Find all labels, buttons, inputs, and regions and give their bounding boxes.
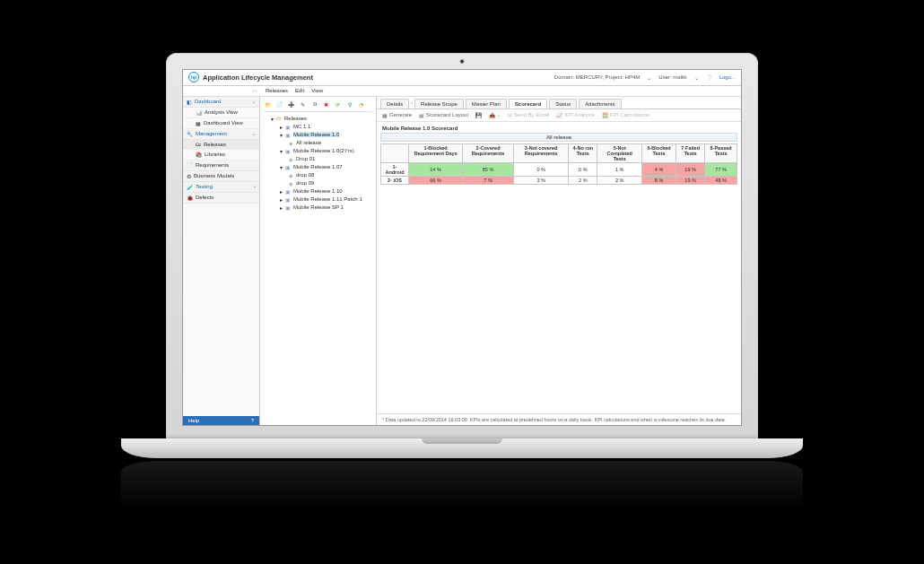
filter-icon[interactable]: ⚲ — [345, 100, 353, 108]
app-window: hp Application Lifecycle Management Doma… — [182, 69, 742, 426]
layout-icon: ▤ — [419, 112, 424, 118]
logout-link[interactable]: Logo... — [719, 74, 736, 80]
expand-icon[interactable]: ▸ — [280, 196, 283, 203]
sidebar-group-management[interactable]: 🔧Management ⌄ — [183, 129, 259, 140]
cell: 7 % — [463, 176, 514, 184]
tree-node-all-release[interactable]: ◈All release — [282, 139, 372, 147]
table-row: 1- Android14 %85 %0 %0 %1 %4 %19 %77 % — [381, 162, 737, 176]
sidebar-item-releases[interactable]: 🗂Releases — [183, 140, 259, 150]
domain-project-label: Domain: MERCURY, Project: HP4M — [554, 74, 640, 80]
cell: 4 % — [642, 162, 676, 176]
sidebar-group-dashboard[interactable]: ◧Dashboard ⌄ — [183, 97, 259, 108]
requirements-icon: 📄 — [187, 162, 193, 169]
col-6: 6-Blocked Tests — [642, 143, 676, 162]
chart-icon: 📊 — [196, 109, 202, 116]
export-button[interactable]: 📤⌄ — [489, 112, 501, 118]
release-icon: ▣ — [285, 124, 291, 130]
scorecard-layout-button[interactable]: ▤Scorecard Layout — [419, 112, 468, 118]
menu-view[interactable]: View — [311, 88, 323, 93]
expand-icon[interactable]: ▸ — [280, 204, 283, 211]
chevron-right-icon: › — [254, 184, 256, 189]
scorecard-table: 1-Blocked Requirement Days 2-Covered Req… — [380, 143, 737, 185]
release-icon: ▣ — [285, 148, 291, 154]
mail-icon: ✉ — [508, 112, 512, 118]
laptop-reflection — [121, 461, 803, 509]
col-2: 2-Covered Requirements — [463, 143, 514, 162]
copy-icon[interactable]: ⧉ — [310, 100, 318, 108]
expand-icon[interactable]: ▾ — [280, 148, 283, 154]
table-row: 2- iOS66 %7 %3 %2 %2 %8 %19 %48 % — [381, 176, 737, 184]
table-header-row: 1-Blocked Requirement Days 2-Covered Req… — [381, 143, 737, 162]
col-4: 4-No run Tests — [569, 143, 597, 162]
sidebar-group-testing[interactable]: 🧪Testing › — [183, 182, 259, 193]
kpi-calc-button: 🧮KPI Calculations — [602, 112, 649, 118]
tree-node-mc[interactable]: ▸▣MC 1.1 — [273, 123, 372, 131]
tree-node-mobile-1-11[interactable]: ▸▣Mobile Release 1.11 Patch 1 — [273, 195, 372, 204]
expand-icon[interactable]: ▾ — [280, 132, 283, 138]
sidebar-help[interactable]: Help ? — [183, 416, 259, 425]
tree-node-mobile-1-0-2yrs[interactable]: ▾▣Mobile Release 1.0(2Yrs) — [273, 147, 372, 155]
kpi-analysis-button: 📈KPI Analysis — [556, 112, 594, 118]
row-label: 1- Android — [381, 162, 409, 176]
grid-icon: ▦ — [196, 120, 201, 126]
camera-dot — [460, 59, 465, 64]
sidebar-item-business-models[interactable]: ⚙Business Models — [183, 171, 259, 182]
sidebar-item-requirements[interactable]: 📄Requirements — [183, 161, 259, 171]
tab-scorecard[interactable]: Scorecard — [509, 99, 547, 108]
content-fill — [377, 187, 741, 413]
add-icon[interactable]: ➕ — [287, 100, 295, 108]
cell: 3 % — [513, 176, 568, 184]
col-5: 5-Not Completed Tests — [597, 143, 642, 162]
menu-edit[interactable]: Edit — [295, 88, 304, 93]
project-dropdown-icon[interactable]: ⌄ — [647, 74, 651, 81]
tree-node-mobile-1-0[interactable]: ▾▣Mobile Release 1.0 — [273, 131, 372, 139]
laptop-notch — [422, 438, 502, 444]
tabs: Details • Release Scope Master Plan Scor… — [377, 97, 741, 109]
tab-master-plan[interactable]: Master Plan — [466, 99, 507, 108]
app-header: hp Application Lifecycle Management Doma… — [183, 70, 741, 86]
menu-releases[interactable]: Releases — [266, 88, 288, 93]
nav-arrows[interactable]: ‹ › — [183, 88, 260, 93]
milestone-icon: ◈ — [289, 180, 293, 187]
tree-root[interactable]: ▾ 🗀 Releases — [264, 115, 372, 123]
tree-node-drop08[interactable]: ◈drop 08 — [282, 171, 372, 179]
col-8: 8-Passed Tests — [705, 143, 737, 162]
new-item-icon[interactable]: 📄 — [275, 100, 283, 108]
user-dropdown-icon[interactable]: ⌄ — [694, 74, 699, 81]
help-label: Help — [188, 418, 199, 423]
management-icon: 🔧 — [187, 131, 193, 137]
help-icon[interactable]: ❔ — [706, 74, 712, 81]
release-icon: ▣ — [285, 196, 291, 203]
expand-icon[interactable]: ▾ — [271, 116, 274, 122]
dashboard-icon: ◧ — [187, 99, 192, 105]
generate-button[interactable]: ▦Generate — [382, 112, 412, 118]
delete-icon[interactable]: ✖ — [322, 100, 330, 108]
cell: 85 % — [463, 162, 514, 176]
col-7: 7-Failed Tests — [676, 143, 704, 162]
tree-node-drop01[interactable]: ◈Drop 01 — [282, 155, 372, 163]
reschedule-icon[interactable]: ◔ — [357, 100, 365, 108]
save-button[interactable]: 💾 — [475, 112, 482, 118]
tab-release-scope[interactable]: Release Scope — [414, 99, 464, 108]
sidebar-item-analysis-view[interactable]: 📊Analysis View — [183, 108, 259, 118]
refresh-icon[interactable]: ⟳ — [334, 100, 342, 108]
edit-icon[interactable]: ✎ — [299, 100, 307, 108]
tab-status[interactable]: Status — [549, 99, 577, 108]
tab-details[interactable]: Details — [380, 99, 409, 108]
new-folder-icon[interactable]: 📁 — [264, 100, 272, 108]
tree-node-drop09[interactable]: ◈drop 09 — [282, 179, 372, 187]
expand-icon[interactable]: ▸ — [280, 188, 283, 195]
tree-toolbar: 📁 📄 ➕ ✎ ⧉ ✖ ⟳ ⚲ ◔ — [264, 100, 372, 112]
tab-attachments[interactable]: Attachments — [579, 99, 621, 108]
folder-icon: 🗀 — [276, 116, 282, 121]
sidebar-item-libraries[interactable]: 📚Libraries — [183, 150, 259, 161]
expand-icon[interactable]: ▾ — [280, 164, 283, 170]
tree-node-mobile-1-07[interactable]: ▾▣Mobile Release 1.07 — [273, 163, 372, 171]
laptop-base — [121, 438, 803, 458]
expand-icon[interactable]: ▸ — [280, 124, 283, 130]
tree-node-mobile-sp1[interactable]: ▸▣Mobile Release SP 1 — [273, 204, 372, 212]
sidebar-item-defects[interactable]: 🐞Defects — [183, 193, 259, 204]
tree-node-mobile-1-10[interactable]: ▸▣Mobile Release 1.10 — [273, 187, 372, 195]
release-icon: ▣ — [285, 204, 291, 211]
sidebar-item-dashboard-view[interactable]: ▦Dashboard View — [183, 118, 259, 129]
